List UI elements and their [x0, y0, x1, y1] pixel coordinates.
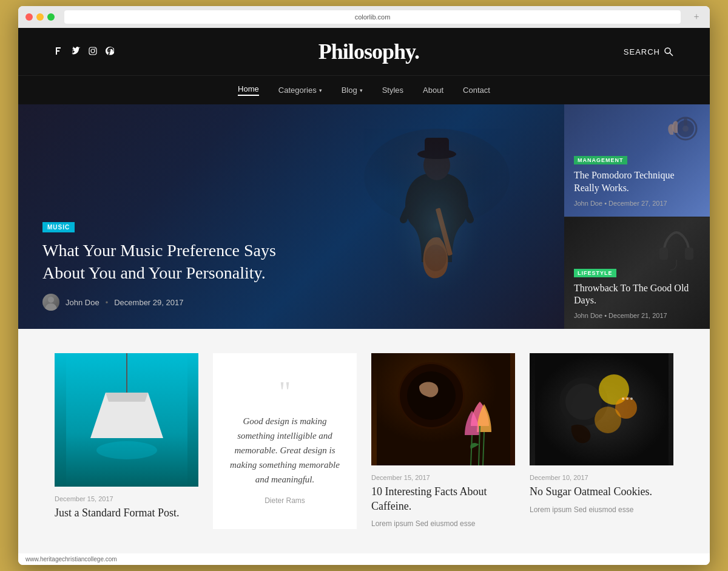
svg-line-7 [670, 53, 673, 56]
post-quote: " Good design is making something intell… [213, 353, 357, 529]
site-header: Philosophy. SEARCH [18, 28, 710, 75]
svg-point-24 [96, 441, 157, 459]
instagram-icon[interactable] [89, 47, 97, 57]
new-tab-button[interactable]: + [690, 11, 703, 23]
nav-about[interactable]: About [423, 84, 443, 96]
pomodoro-author: John Doe [574, 200, 602, 207]
card-content-throwback: LIFESTYLE Throwback To The Good Old Days… [574, 266, 700, 320]
nav-contact[interactable]: Contact [463, 84, 490, 96]
url-text: colorlib.com [355, 13, 391, 21]
coffee-image [371, 353, 515, 465]
cookies-post-excerpt: Lorem ipsum Sed eiusmod esse [530, 504, 673, 515]
close-button[interactable] [25, 13, 33, 21]
quote-author: Dieter Rams [265, 496, 305, 505]
lamp-post-title: Just a Standard Format Post. [55, 506, 198, 520]
cookies-post-title: No Sugar Oatmeal Cookies. [530, 485, 673, 499]
hero-date: December 29, 2017 [114, 298, 183, 307]
dot-separator: • [106, 298, 109, 307]
categories-arrow: ▾ [319, 87, 322, 93]
minimize-button[interactable] [36, 13, 44, 21]
quote-text: Good design is making something intellig… [225, 414, 345, 487]
site-nav: Home Categories ▾ Blog ▾ Styles About Co… [18, 75, 710, 104]
pomodoro-decoration [658, 113, 701, 152]
caffeine-post-date: December 15, 2017 [371, 474, 515, 481]
facebook-icon[interactable] [55, 47, 63, 57]
maximize-button[interactable] [47, 13, 55, 21]
svg-point-38 [622, 397, 624, 400]
svg-rect-1 [56, 47, 61, 49]
card-content-pomodoro: MANAGEMENT The Pomodoro Technique Really… [574, 154, 700, 207]
throwback-date: December 21, 2017 [608, 312, 667, 319]
nav-blog[interactable]: Blog ▾ [342, 84, 363, 96]
nav-home[interactable]: Home [238, 84, 259, 96]
svg-point-15 [48, 297, 54, 303]
browser-chrome: colorlib.com + [18, 6, 710, 28]
status-bar: www.heritagechristiancollege.com [18, 553, 710, 565]
svg-rect-21 [685, 248, 693, 260]
hero-avatar [42, 294, 59, 311]
lamp-image [55, 353, 198, 487]
nav-styles[interactable]: Styles [382, 84, 403, 96]
caffeine-post-excerpt: Lorem ipsum Sed eiusmod esse [371, 518, 515, 529]
sidebar-card-throwback[interactable]: LIFESTYLE Throwback To The Good Old Days… [564, 217, 710, 329]
site-title: Philosophy. [318, 39, 419, 64]
browser-window: colorlib.com + Philosophy. SEARCH [18, 6, 710, 565]
pomodoro-date: December 27, 2017 [608, 200, 667, 207]
lamp-post-date: December 15, 2017 [55, 495, 198, 502]
svg-point-40 [630, 397, 633, 400]
hero-main[interactable]: MUSIC What Your Music Preference Says Ab… [18, 104, 564, 329]
hero-section: MUSIC What Your Music Preference Says Ab… [18, 104, 710, 329]
throwback-author: John Doe [574, 312, 602, 319]
pomodoro-title: The Pomodoro Technique Really Works. [574, 169, 700, 195]
posts-grid: December 15, 2017 Just a Standard Format… [55, 353, 673, 529]
social-icons [55, 47, 114, 57]
hero-title[interactable]: What Your Music Preference Says About Yo… [42, 240, 285, 284]
hero-sidebar: MANAGEMENT The Pomodoro Technique Really… [564, 104, 710, 329]
post-lamp[interactable]: December 15, 2017 Just a Standard Format… [55, 353, 198, 529]
blog-arrow: ▾ [360, 87, 363, 93]
quote-mark: " [279, 377, 291, 407]
search-label: SEARCH [624, 47, 660, 56]
svg-rect-19 [684, 118, 687, 126]
svg-rect-20 [659, 248, 668, 260]
svg-point-18 [682, 126, 689, 132]
twitter-icon[interactable] [72, 47, 80, 57]
throwback-meta: John Doe • December 21, 2017 [574, 312, 700, 319]
management-badge: MANAGEMENT [574, 156, 627, 164]
nav-categories[interactable]: Categories ▾ [278, 84, 322, 96]
posts-section: December 15, 2017 Just a Standard Format… [18, 329, 710, 553]
sidebar-card-pomodoro[interactable]: MANAGEMENT The Pomodoro Technique Really… [564, 104, 710, 217]
music-badge[interactable]: MUSIC [42, 222, 75, 232]
caffeine-post-title: 10 Interesting Facts About Caffeine. [371, 485, 515, 513]
svg-point-4 [91, 49, 95, 53]
svg-point-6 [665, 48, 670, 53]
post-caffeine[interactable]: December 15, 2017 10 Interesting Facts A… [371, 353, 515, 529]
svg-rect-3 [89, 47, 96, 55]
cookies-post-date: December 10, 2017 [530, 474, 673, 481]
svg-point-39 [626, 397, 629, 400]
pinterest-icon[interactable] [106, 47, 114, 57]
dark-food-image [530, 353, 673, 465]
hero-content: MUSIC What Your Music Preference Says Ab… [42, 221, 552, 311]
pomodoro-meta: John Doe • December 27, 2017 [574, 200, 700, 207]
footer-url: www.heritagechristiancollege.com [25, 556, 117, 563]
hero-author: John Doe [66, 298, 99, 307]
throwback-title: Throwback To The Good Old Days. [574, 282, 700, 308]
post-cookies[interactable]: December 10, 2017 No Sugar Oatmeal Cooki… [530, 353, 673, 529]
search-icon [664, 47, 673, 56]
svg-rect-2 [56, 50, 59, 52]
search-area[interactable]: SEARCH [624, 47, 673, 56]
address-bar[interactable]: colorlib.com [64, 10, 681, 24]
svg-point-5 [95, 48, 96, 49]
hero-meta: John Doe • December 29, 2017 [42, 294, 552, 311]
lifestyle-badge: LIFESTYLE [574, 269, 616, 277]
svg-point-37 [595, 407, 621, 433]
